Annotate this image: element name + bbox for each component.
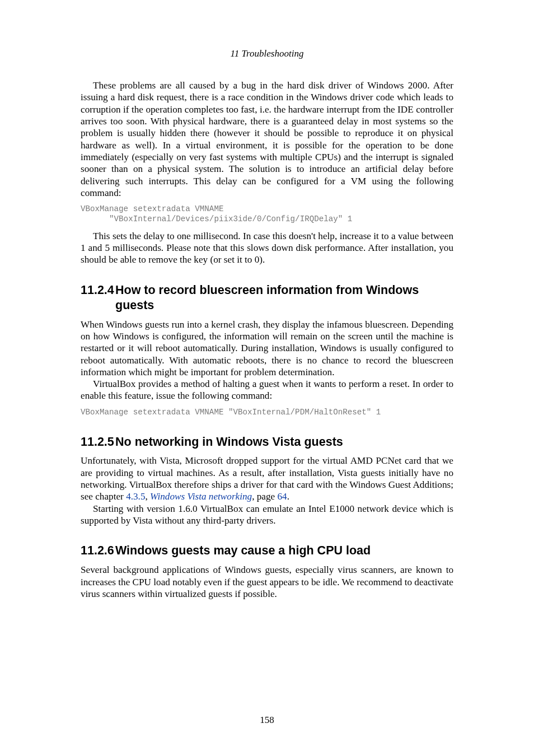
running-head: 11 Troubleshooting	[81, 48, 453, 59]
heading-title: Windows guests may cause a high CPU load	[115, 544, 371, 557]
text-run: ,	[146, 491, 151, 502]
code-block: VBoxManage setextradata VMNAME "VBoxInte…	[81, 408, 453, 418]
paragraph: Starting with version 1.6.0 VirtualBox c…	[81, 503, 453, 527]
xref-link-windows-vista-networking[interactable]: Windows Vista networking	[150, 491, 252, 502]
xref-link-page-64[interactable]: 64	[278, 491, 287, 502]
paragraph: VirtualBox provides a method of halting …	[81, 378, 453, 402]
paragraph: These problems are all caused by a bug i…	[81, 80, 453, 199]
paragraph: When Windows guests run into a kernel cr…	[81, 319, 453, 379]
heading-11-2-4: 11.2.4How to record bluescreen informati…	[81, 283, 453, 313]
paragraph: This sets the delay to one millisecond. …	[81, 230, 453, 266]
heading-title: How to record bluescreen information fro…	[115, 283, 419, 312]
heading-11-2-5: 11.2.5No networking in Windows Vista gue…	[81, 435, 453, 450]
heading-number: 11.2.4	[81, 283, 115, 298]
text-run: , page	[252, 491, 277, 502]
heading-title: No networking in Windows Vista guests	[115, 435, 343, 449]
xref-link-4-3-5[interactable]: 4.3.5	[126, 491, 145, 502]
heading-number: 11.2.5	[81, 435, 115, 450]
text-run: .	[287, 491, 289, 502]
paragraph: Unfortunately, with Vista, Microsoft dro…	[81, 455, 453, 502]
heading-11-2-6: 11.2.6Windows guests may cause a high CP…	[81, 543, 453, 558]
page-number: 158	[0, 715, 534, 726]
code-block: VBoxManage setextradata VMNAME "VBoxInte…	[81, 204, 453, 225]
paragraph: Several background applications of Windo…	[81, 564, 453, 600]
heading-number: 11.2.6	[81, 543, 115, 558]
